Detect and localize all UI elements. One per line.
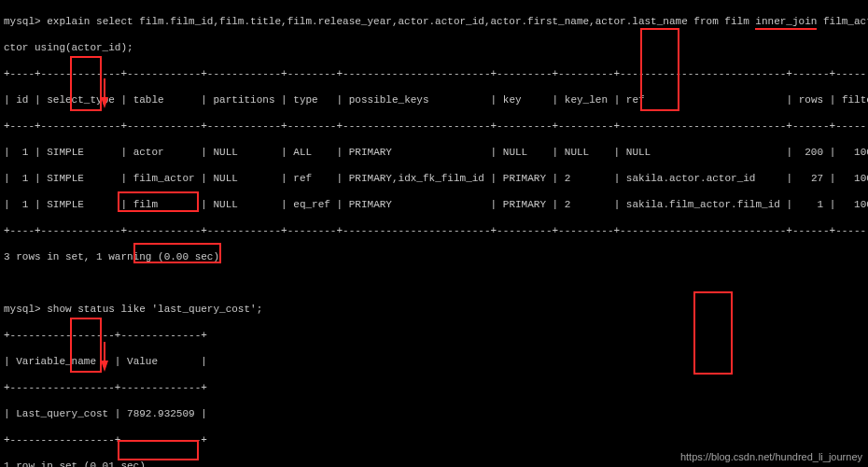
mysql-prompt: mysql> [4,304,41,315]
table-header: | Variable_name | Value | [4,355,864,368]
table-row: | Last_query_cost | 7892.932509 | [4,407,864,420]
table-border: +-----------------+-------------+ [4,329,864,342]
mysql-prompt: mysql> [4,16,41,27]
table-border: +-----------------+-------------+ [4,433,864,446]
query-explain-1: explain select film.film_id,film.title,f… [47,16,868,30]
table-row: | 1 | SIMPLE | film_actor | NULL | ref |… [4,172,864,185]
query-explain-1-cont: ctor using(actor_id); [4,41,864,54]
table-border: +----+-------------+------------+-------… [4,120,864,133]
terminal-output: mysql> explain select film.film_id,film.… [0,0,868,467]
table-row: | 1 | SIMPLE | actor | NULL | ALL | PRIM… [4,146,864,159]
table-border: +----+-------------+------------+-------… [4,67,864,80]
query-show-status-1: show status like 'last_query_cost'; [47,304,262,315]
table-header: | id | select_type | table | partitions … [4,93,864,106]
table-border: +----+-------------+------------+-------… [4,224,864,237]
result-footer: 3 rows in set, 1 warning (0.00 sec) [4,250,864,263]
watermark-text: https://blog.csdn.net/hundred_li_journey [680,450,862,463]
table-border: +-----------------+-------------+ [4,381,864,394]
annotation-inner-join-1: inner_join [755,16,817,30]
table-row: | 1 | SIMPLE | film | NULL | eq_ref | PR… [4,198,864,211]
